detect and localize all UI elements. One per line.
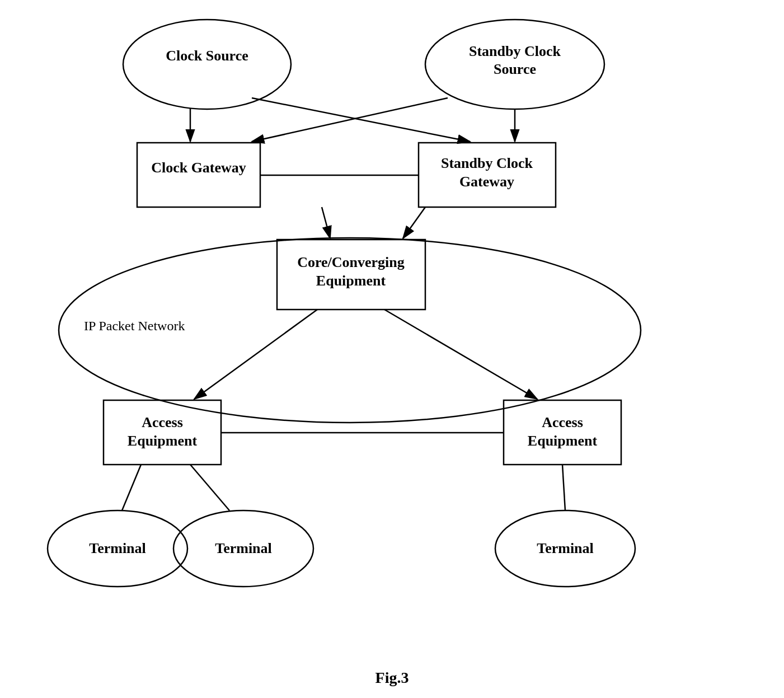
core-converging-label2: Equipment xyxy=(316,273,386,289)
line-ael-t1 xyxy=(122,465,141,510)
standby-clock-source-label2: Source xyxy=(494,61,536,77)
clock-source-ellipse xyxy=(123,20,291,109)
access-equipment-left-label2: Equipment xyxy=(128,433,198,449)
clock-gateway-label: Clock Gateway xyxy=(151,160,246,176)
line-aer-t3 xyxy=(562,465,565,510)
arrow-cg-to-cce xyxy=(322,207,330,238)
diagram-container: IP Packet Network Clock Source Standby C… xyxy=(0,0,784,672)
access-equipment-left-label: Access xyxy=(142,414,183,430)
core-converging-label: Core/Converging xyxy=(297,254,405,270)
terminal-1-label: Terminal xyxy=(89,540,146,556)
access-equipment-right-label2: Equipment xyxy=(528,433,598,449)
arrow-cce-to-ael xyxy=(194,310,317,399)
access-equipment-right-label: Access xyxy=(542,414,583,430)
arrow-cce-to-aer xyxy=(384,310,537,399)
terminal-3-label: Terminal xyxy=(537,540,594,556)
line-ael-t2 xyxy=(190,465,229,510)
figure-label: Fig.3 xyxy=(375,669,409,687)
network-diagram-svg: IP Packet Network Clock Source Standby C… xyxy=(0,0,784,672)
terminal-2-label: Terminal xyxy=(215,540,272,556)
standby-clock-source-label: Standby Clock xyxy=(469,43,561,59)
standby-clock-gateway-label: Standby Clock xyxy=(441,155,533,171)
ip-packet-network-label: IP Packet Network xyxy=(84,318,185,333)
arrow-scg-to-cce xyxy=(403,207,425,238)
standby-clock-gateway-label2: Gateway xyxy=(459,174,514,190)
arrow-cs-to-scg xyxy=(252,98,470,142)
clock-source-label: Clock Source xyxy=(166,48,248,64)
